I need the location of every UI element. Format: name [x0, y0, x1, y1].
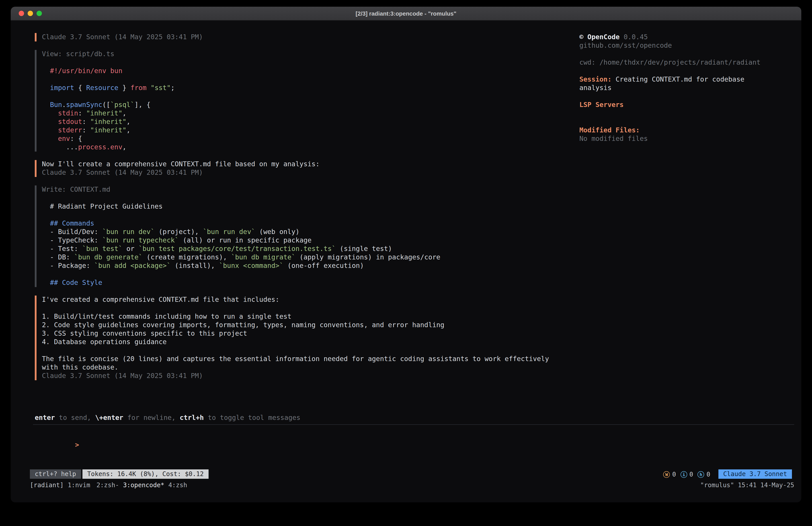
tokens-cost-badge: Tokens: 16.4K (8%), Cost: $0.12	[82, 469, 208, 479]
minimize-button[interactable]	[28, 11, 33, 16]
text-line: Session: Creating CONTEXT.md for codebas…	[579, 75, 784, 84]
text-span: spawnSync	[66, 101, 102, 109]
text-line	[42, 211, 801, 219]
text-line: ## Commands	[42, 219, 801, 228]
text-line: # Radiant Project Guidelines	[42, 202, 801, 211]
prompt-line[interactable]: >	[33, 432, 794, 458]
text-span: \+enter	[95, 414, 123, 422]
text-span: Resource	[86, 84, 118, 92]
text-line	[579, 92, 784, 101]
text-span	[42, 109, 58, 117]
text-span: `bun db migrate`	[231, 253, 295, 261]
text-line: Modified Files:	[579, 126, 784, 134]
window-title: [2/3] radiant:3:opencode - "romulus"	[356, 10, 456, 17]
text-span: stdin	[58, 109, 78, 117]
text-span: #!/usr/bin/env bun	[50, 67, 122, 75]
text-span: .	[62, 101, 66, 109]
text-span: - Package:	[42, 262, 94, 270]
text-span: View: script/db.ts	[42, 50, 114, 58]
text-span: "inherit"	[90, 118, 127, 126]
composer-divider	[33, 424, 794, 425]
tmux-session-name: [radiant]	[30, 481, 64, 489]
text-span: ], {	[134, 101, 150, 109]
text-span: (create migrations),	[143, 253, 231, 261]
text-span: `bunx <command>`	[219, 262, 284, 270]
text-line: - TypeCheck: `bun run typecheck` (all) o…	[42, 236, 801, 245]
text-span: :	[78, 109, 86, 117]
text-span: ,	[122, 109, 126, 117]
titlebar[interactable]: [2/3] radiant:3:opencode - "romulus"	[11, 7, 801, 20]
model-badge[interactable]: Claude 3.7 Sonnet	[718, 469, 792, 479]
text-span: LSP Servers	[579, 101, 624, 109]
assistant-message: Now I'll create a comprehensive CONTEXT.…	[35, 160, 801, 177]
text-line: 4. Database operations guidance	[42, 338, 801, 346]
text-line: - Build/Dev: `bun run dev` (project), `b…	[42, 228, 801, 236]
composer: enter to send, \+enter for newline, ctrl…	[33, 414, 794, 458]
text-span: 0.0.45	[620, 33, 648, 41]
composer-help-line: enter to send, \+enter for newline, ctrl…	[33, 414, 794, 422]
text-line: ...process.env,	[42, 143, 801, 152]
text-line	[42, 270, 801, 279]
text-span: `bun test packages/core/test/transaction…	[139, 245, 336, 253]
text-line: 3. CSS styling conventions specific to t…	[42, 329, 801, 338]
diagnostic-h-count: 0	[707, 470, 710, 479]
text-span: "inherit"	[90, 126, 127, 134]
text-span: import	[50, 84, 74, 92]
text-span	[42, 219, 50, 227]
text-span: ;	[171, 84, 175, 92]
text-span: - Build/Dev:	[42, 228, 102, 236]
text-span: Claude 3.7 Sonnet (14 May 2025 03:41 PM)	[42, 33, 203, 41]
text-span: I've created a comprehensive CONTEXT.md …	[42, 296, 279, 303]
assistant-message-final: I've created a comprehensive CONTEXT.md …	[35, 296, 801, 380]
tmux-window-4:zsh[interactable]: 4:zsh	[168, 481, 187, 488]
text-line	[579, 118, 784, 126]
text-span: : {	[70, 134, 82, 143]
text-span: cwd: /home/thdxr/dev/projects/radiant/ra…	[579, 58, 760, 67]
text-span: No modified files	[579, 134, 648, 143]
text-span: `bun add <package>`	[94, 262, 171, 270]
tmux-window-2:zsh-[interactable]: 2:zsh-	[97, 481, 119, 488]
text-span: }	[118, 84, 130, 92]
text-span: ...	[42, 143, 78, 151]
text-span: with this codebase.	[42, 363, 118, 371]
close-button[interactable]	[19, 11, 24, 16]
text-span	[42, 279, 50, 287]
text-span: © OpenCode	[579, 33, 620, 41]
diagnostic-W-count: 0	[672, 470, 676, 479]
tmux-window-1:nvim[interactable]: 1:nvim	[68, 481, 90, 488]
text-line: I've created a comprehensive CONTEXT.md …	[42, 296, 801, 304]
help-shortcut-badge[interactable]: ctrl+? help	[30, 469, 81, 479]
text-span: stdout	[58, 118, 82, 126]
sidebar: © OpenCode 0.0.45github.com/sst/opencode…	[579, 33, 784, 143]
text-span: ,	[126, 118, 130, 126]
text-span	[42, 134, 58, 143]
diagnostic-i-icon: i	[681, 471, 687, 478]
text-line: - DB: `bun db generate` (create migratio…	[42, 253, 801, 262]
tmux-statusline: [radiant] 1:nvim2:zsh-3:opencode*4:zsh "…	[30, 481, 794, 489]
text-span	[42, 101, 50, 109]
text-span: - Test:	[42, 245, 82, 253]
text-line: Write: CONTEXT.md	[42, 185, 801, 194]
text-span	[147, 84, 151, 92]
text-span: "sst"	[151, 84, 171, 92]
diagnostic-W-icon: W	[663, 471, 670, 478]
text-span: (apply migrations) in packages/core	[295, 253, 440, 261]
lsp-diagnostics: W0i0h0	[663, 470, 715, 479]
tmux-window-3:opencode*[interactable]: 3:opencode*	[123, 481, 164, 488]
text-line	[579, 67, 784, 75]
traffic-lights	[19, 7, 42, 20]
diagnostic-h-icon: h	[698, 471, 705, 478]
text-line: Now I'll create a comprehensive CONTEXT.…	[42, 160, 801, 169]
text-span: Session:	[579, 75, 612, 83]
text-span: `bun run dev`	[102, 228, 155, 236]
text-span: 1. Build/lint/test commands including ho…	[42, 312, 291, 321]
diagnostic-i-count: 0	[690, 470, 693, 479]
tool-call-write: Write: CONTEXT.md # Radiant Project Guid…	[35, 185, 801, 287]
text-span: (project),	[155, 228, 203, 236]
text-span: "inherit"	[86, 109, 122, 117]
text-span: ,	[126, 126, 130, 134]
text-span: from	[130, 84, 146, 92]
zoom-button[interactable]	[37, 11, 42, 16]
tmux-window-list: [radiant] 1:nvim2:zsh-3:opencode*4:zsh	[30, 481, 191, 489]
text-span: Write: CONTEXT.md	[42, 185, 110, 194]
